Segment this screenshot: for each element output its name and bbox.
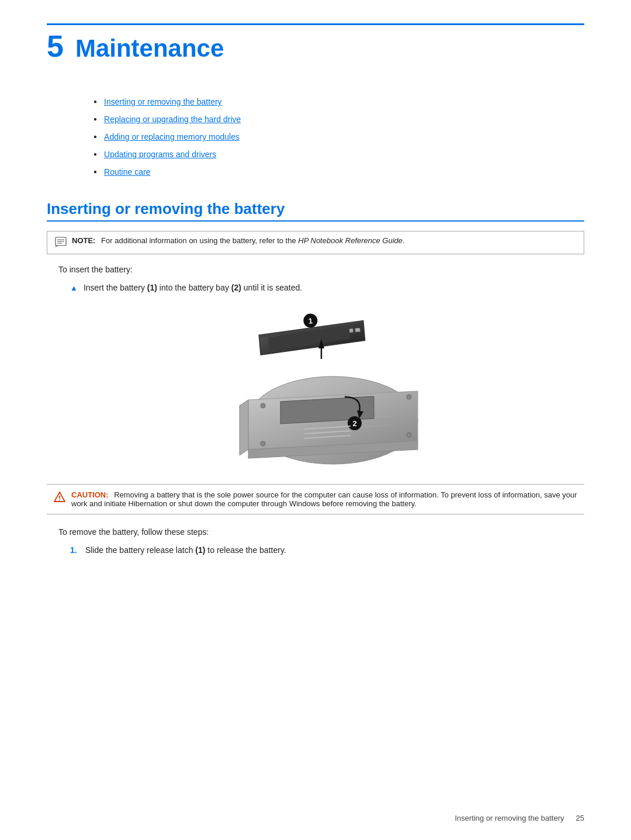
toc-item-2: Replacing or upgrading the hard drive xyxy=(93,115,584,124)
caution-content: CAUTION: Removing a battery that is the … xyxy=(71,490,577,508)
chapter-title: Maintenance xyxy=(75,35,224,62)
svg-point-11 xyxy=(261,403,265,408)
step-number-1: 1. xyxy=(70,545,79,555)
toc-item-5: Routine care xyxy=(93,167,584,177)
note-label: NOTE: xyxy=(72,236,95,245)
battery-image-container: 1 2 xyxy=(47,306,584,470)
caution-label: CAUTION: xyxy=(71,490,109,499)
insert-step-text: Insert the battery (1) into the battery … xyxy=(84,283,302,292)
note-text: For additional information on using the … xyxy=(101,236,405,245)
note-box: NOTE: For additional information on usin… xyxy=(47,231,584,254)
toc-link-4[interactable]: Updating programs and drivers xyxy=(104,150,216,159)
chapter-number: 5 xyxy=(47,31,64,61)
svg-point-13 xyxy=(261,441,265,446)
svg-text:1: 1 xyxy=(308,316,313,326)
chapter-header: 5 Maintenance xyxy=(47,23,584,62)
page-number: 25 xyxy=(576,814,584,822)
note-icon xyxy=(54,236,67,249)
toc-list: Inserting or removing the battery Replac… xyxy=(93,97,584,177)
svg-point-12 xyxy=(407,395,411,399)
svg-point-33 xyxy=(59,500,60,501)
note-end: . xyxy=(403,236,405,245)
svg-rect-18 xyxy=(355,328,360,332)
svg-text:2: 2 xyxy=(352,419,356,428)
toc-link-3[interactable]: Adding or replacing memory modules xyxy=(104,132,240,141)
footer-section-label: Inserting or removing the battery xyxy=(455,814,564,822)
battery-diagram: 1 2 xyxy=(204,306,427,470)
note-content: NOTE: For additional information on usin… xyxy=(72,236,405,245)
step-1-text: Slide the battery release latch (1) to r… xyxy=(85,545,286,555)
insert-intro: To insert the battery: xyxy=(58,264,584,276)
svg-marker-7 xyxy=(240,400,248,455)
toc-item-4: Updating programs and drivers xyxy=(93,150,584,159)
caution-box: CAUTION: Removing a battery that is the … xyxy=(47,484,584,514)
svg-point-14 xyxy=(407,433,411,437)
toc-link-5[interactable]: Routine care xyxy=(104,167,150,177)
caution-icon xyxy=(54,491,65,504)
note-guide: HP Notebook Reference Guide xyxy=(298,236,403,245)
remove-step-1: 1. Slide the battery release latch (1) t… xyxy=(70,545,584,555)
toc-link-1[interactable]: Inserting or removing the battery xyxy=(104,97,222,106)
toc-item-3: Adding or replacing memory modules xyxy=(93,132,584,141)
section1-title: Inserting or removing the battery xyxy=(47,200,584,222)
remove-intro: To remove the battery, follow these step… xyxy=(58,526,584,538)
page-footer: Inserting or removing the battery 25 xyxy=(455,814,584,822)
toc-link-2[interactable]: Replacing or upgrading the hard drive xyxy=(104,115,241,124)
caution-text: Removing a battery that is the sole powe… xyxy=(71,490,577,508)
toc-item-1: Inserting or removing the battery xyxy=(93,97,584,106)
insert-step-container: ▲ Insert the battery (1) into the batter… xyxy=(70,283,584,292)
triangle-bullet-icon: ▲ xyxy=(70,284,78,292)
